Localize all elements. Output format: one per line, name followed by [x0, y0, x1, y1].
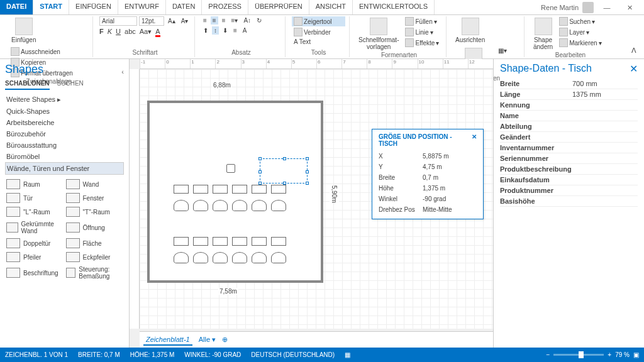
stencil-item[interactable]: Raum [5, 177, 65, 191]
shape-data-row[interactable]: Einkaufsdatum [500, 175, 638, 185]
font-shrink-button[interactable]: A▾ [179, 16, 191, 26]
fit-page-button[interactable]: ▣ [633, 351, 639, 358]
tab-start[interactable]: START [33, 0, 69, 14]
align-center-button[interactable]: ≡ [211, 16, 218, 25]
cat-bueroausstattung[interactable]: Büroausstattung [5, 140, 124, 151]
minimize-button[interactable]: — [597, 0, 616, 15]
zoom-out-button[interactable]: − [547, 351, 550, 358]
cat-waende[interactable]: Wände, Türen und Fenster [5, 162, 124, 175]
sheet-tab-all[interactable]: Alle ▾ [199, 336, 216, 344]
pointer-tool-button[interactable]: Zeigertool [292, 16, 345, 26]
stencil-item[interactable]: Tür [5, 191, 65, 205]
select-button[interactable]: Markieren▾ [557, 38, 603, 48]
stencil-item[interactable]: Fenster [65, 191, 125, 205]
stencil-item[interactable]: "T"-Raum [65, 205, 125, 219]
shape-data-row[interactable]: Name [500, 111, 638, 121]
case-button[interactable]: Aa▾ [140, 28, 152, 37]
valign-top-button[interactable]: ⬆ [201, 26, 210, 35]
cut-button[interactable]: Ausschneiden [9, 47, 75, 57]
selected-shape-tisch[interactable] [260, 158, 308, 184]
drawing-canvas[interactable]: 6,88m 5,90m 7,58m GRÖßE UND POSITION - T… [140, 69, 493, 329]
shape-data-row[interactable]: Abteilung [500, 121, 638, 132]
change-shape-button[interactable]: Shape ändern [531, 16, 555, 52]
font-select[interactable]: Arial [99, 16, 137, 26]
tab-entwickler[interactable]: ENTWICKLERTOOLS [353, 0, 435, 14]
tab-entwurf[interactable]: ENTWURF [118, 0, 166, 14]
strike-button[interactable]: abc [125, 28, 136, 37]
stencil-item[interactable]: Beschriftung [5, 264, 65, 282]
tab-prozess[interactable]: PROZESS [202, 0, 248, 14]
stencil-item[interactable]: Steuerung: Bemaßung [65, 264, 125, 282]
stencil-item[interactable]: Fläche [65, 236, 125, 250]
bullets-button[interactable]: ≡▾ [230, 16, 240, 25]
connector-tool-button[interactable]: Verbinder [292, 27, 345, 37]
shape-data-row[interactable]: Produktbeschreibung [500, 164, 638, 175]
close-button[interactable]: ✕ [620, 0, 639, 15]
popup-close-button[interactable]: ✕ [472, 133, 477, 147]
indent-button[interactable]: A↕ [242, 16, 253, 25]
cat-quick-shapes[interactable]: Quick-Shapes [5, 106, 124, 117]
shape-data-row[interactable]: Produktnummer [500, 185, 638, 196]
stencil-item[interactable]: Doppeltür [5, 236, 65, 250]
underline-button[interactable]: U [116, 28, 121, 37]
effects-button[interactable]: Effekte▾ [403, 38, 441, 48]
stencil-item[interactable]: Öffnung [65, 219, 125, 236]
new-sheet-button[interactable]: ⊕ [222, 336, 228, 344]
bold-button[interactable]: F [99, 28, 104, 37]
stencil-item[interactable]: Pfeiler [5, 250, 65, 264]
tab-datei[interactable]: DATEI [0, 0, 33, 14]
cat-arbeitsbereiche[interactable]: Arbeitsbereiche [5, 117, 124, 128]
spacing-button[interactable]: ≡ [231, 26, 239, 35]
rotate-button[interactable]: ↻ [255, 16, 264, 25]
font-color-button[interactable]: A [155, 28, 160, 37]
shape-data-close-button[interactable]: ✕ [630, 63, 638, 75]
tab-ueberpruefen[interactable]: ÜBERPRÜFEN [248, 0, 309, 14]
tab-ansicht[interactable]: ANSICHT [309, 0, 353, 14]
shape-data-row[interactable]: Basishöhe [500, 196, 638, 207]
fill-button[interactable]: Füllen▾ [403, 16, 441, 26]
indent2-button[interactable]: A [241, 26, 249, 35]
quickstyle-button[interactable]: Schnellformat- vorlagen [356, 16, 401, 52]
align-left-button[interactable]: ≡ [201, 16, 209, 25]
shape-data-row[interactable]: Geändert [500, 132, 638, 143]
italic-button[interactable]: K [108, 28, 112, 37]
macro-icon[interactable]: ▦ [345, 351, 350, 358]
line-button[interactable]: Linie▾ [403, 27, 441, 37]
floor-plan[interactable] [147, 101, 323, 283]
shapes-collapse-button[interactable]: ‹ [121, 68, 124, 75]
tab-daten[interactable]: DATEN [166, 0, 202, 14]
stencil-item[interactable]: "L"-Raum [5, 205, 65, 219]
stencil-item[interactable]: Wand [65, 177, 125, 191]
shape-data-row[interactable]: Kennung [500, 100, 638, 111]
shape-data-row[interactable]: Seriennummer [500, 153, 638, 164]
align-button[interactable]: Ausrichten [453, 16, 487, 45]
size-position-popup[interactable]: GRÖßE UND POSITION - TISCH✕ X5,8875 mY4,… [372, 129, 484, 219]
zoom-in-button[interactable]: + [608, 351, 611, 358]
valign-mid-button[interactable]: ↕ [212, 26, 219, 35]
shape-data-row[interactable]: Länge1375 mm [500, 89, 638, 100]
zoom-control[interactable]: − + 79 % ▣ [547, 351, 639, 358]
text-tool-button[interactable]: AText [292, 38, 345, 46]
shape-data-row[interactable]: Breite700 mm [500, 79, 638, 89]
sheet-tab-1[interactable]: Zeichenblatt-1 [143, 334, 192, 346]
stencil-item[interactable]: Eckpfeiler [65, 250, 125, 264]
shape-small[interactable] [226, 164, 235, 173]
zoom-slider[interactable] [553, 354, 604, 356]
paste-button[interactable]: Einfügen [9, 16, 38, 45]
font-grow-button[interactable]: A▴ [166, 16, 177, 26]
shapes-tab-search[interactable]: SUCHEN [57, 80, 84, 90]
find-button[interactable]: Suchen▾ [557, 16, 603, 26]
ribbon-collapse-button[interactable]: ᐱ [629, 44, 639, 57]
shapes-tab-stencils[interactable]: SCHABLONEN [5, 80, 50, 90]
shape-data-row[interactable]: Inventarnummer [500, 143, 638, 153]
layer-button[interactable]: Layer▾ [557, 27, 603, 37]
arrange-more-button[interactable]: ▦▾ [496, 47, 509, 55]
stencil-item[interactable]: Gekrümmte Wand [5, 219, 65, 236]
font-size-select[interactable]: 12pt. [139, 16, 164, 26]
valign-bot-button[interactable]: ⬇ [221, 26, 230, 35]
cat-buerozubehoer[interactable]: Bürozubehör [5, 128, 124, 140]
tab-einfuegen[interactable]: EINFÜGEN [69, 0, 118, 14]
cat-bueromoebel[interactable]: Büromöbel [5, 151, 124, 162]
align-right-button[interactable]: ≡ [220, 16, 228, 25]
cat-more-shapes[interactable]: Weitere Shapes ▸ [5, 94, 124, 106]
